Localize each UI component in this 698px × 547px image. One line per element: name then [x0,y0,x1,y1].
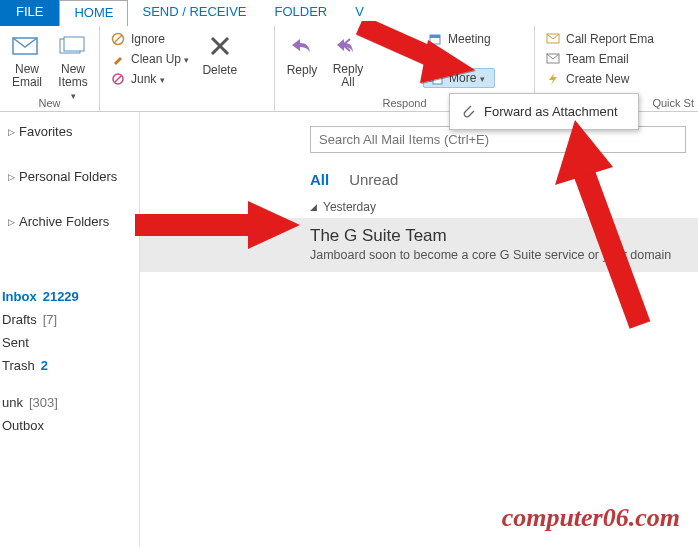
group-label-quick: Quick St [652,97,694,109]
archive-folders-header[interactable]: ▷ Archive Folders [0,208,139,235]
annotation-arrow-2 [130,195,305,255]
broom-icon [110,51,126,67]
personal-folders-header[interactable]: ▷ Personal Folders [0,163,139,190]
lightning-icon [545,71,561,87]
delete-label: Delete [202,63,237,77]
junk-label: Junk ▾ [131,72,165,86]
reply-icon [286,32,318,60]
drafts-folder[interactable]: Drafts [7] [0,308,139,331]
group-label-new: New [0,97,99,109]
expand-icon: ▷ [8,217,15,227]
personal-folders-label: Personal Folders [19,169,117,184]
ignore-button[interactable]: Ignore [106,30,193,48]
ignore-icon [110,31,126,47]
junk-icon [110,71,126,87]
outbox-folder[interactable]: Outbox [0,414,139,437]
mail-icon-2 [545,51,561,67]
delete-x-icon [204,32,236,60]
trash-folder[interactable]: Trash 2 [0,354,139,377]
junk-label: unk [2,395,23,410]
mail-icon [545,31,561,47]
annotation-arrow-1 [350,15,480,85]
annotation-arrow-3 [545,115,665,335]
group-yesterday-label: Yesterday [323,200,376,214]
favorites-header[interactable]: ▷ Favorites [0,118,139,145]
tab-strip: FILE HOME SEND / RECEIVE FOLDER V [0,0,698,26]
reply-label: Reply [287,63,318,77]
call-report-button[interactable]: Call Report Ema [541,30,658,48]
delete-button[interactable]: Delete [197,28,242,111]
ignore-label: Ignore [131,32,165,46]
tab-file[interactable]: FILE [0,0,59,26]
create-new-button[interactable]: Create New [541,70,658,88]
ribbon-group-delete: Ignore Clean Up ▾ Junk ▾ Delete [100,26,275,111]
clean-up-button[interactable]: Clean Up ▾ [106,50,193,68]
inbox-label: Inbox [2,289,37,304]
tab-folder[interactable]: FOLDER [261,0,342,26]
drafts-label: Drafts [2,312,37,327]
inbox-count: 21229 [43,289,79,304]
junk-button[interactable]: Junk ▾ [106,70,193,88]
tab-home[interactable]: HOME [59,0,128,26]
sent-label: Sent [2,335,29,350]
create-new-label: Create New [566,72,629,86]
call-report-label: Call Report Ema [566,32,654,46]
filter-all[interactable]: All [310,171,329,188]
junk-count: [303] [29,395,58,410]
watermark: computer06.com [502,503,680,533]
new-email-label: New Email [12,63,42,89]
trash-label: Trash [2,358,35,373]
envelope-icon [11,32,43,60]
drafts-count: [7] [43,312,57,327]
trash-count: 2 [41,358,48,373]
archive-folders-label: Archive Folders [19,214,109,229]
junk-folder[interactable]: unk [303] [0,391,139,414]
tab-send-receive[interactable]: SEND / RECEIVE [128,0,260,26]
clean-up-label: Clean Up ▾ [131,52,189,66]
favorites-label: Favorites [19,124,72,139]
team-email-button[interactable]: Team Email [541,50,658,68]
svg-line-4 [114,35,122,43]
collapse-icon: ◢ [310,202,317,212]
inbox-folder[interactable]: Inbox 21229 [0,285,139,308]
expand-icon: ▷ [8,127,15,137]
expand-icon: ▷ [8,172,15,182]
team-email-label: Team Email [566,52,629,66]
new-items-icon [57,32,89,60]
filter-unread[interactable]: Unread [349,171,398,188]
svg-rect-2 [64,37,84,51]
folder-sidebar: ▷ Favorites ▷ Personal Folders ▷ Archive… [0,112,140,547]
outbox-label: Outbox [2,418,44,433]
svg-line-6 [115,76,121,82]
sent-folder[interactable]: Sent [0,331,139,354]
ribbon-group-new: New Email New Items ▾ New [0,26,100,111]
attachment-icon [460,102,476,121]
